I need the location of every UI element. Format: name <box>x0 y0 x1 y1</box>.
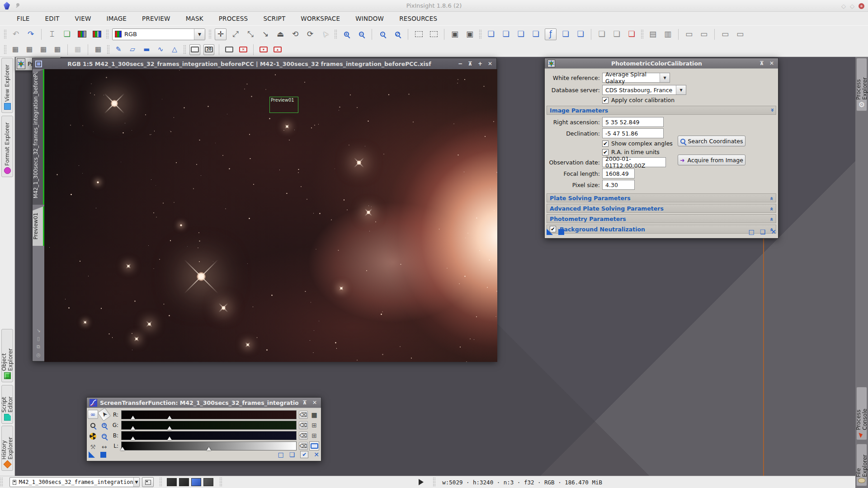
monitor-transfer-icon[interactable] <box>224 44 235 55</box>
section-plate-solving[interactable]: Plate Solving Parameters « <box>547 193 776 202</box>
edit-preview-mode-icon[interactable] <box>428 28 439 40</box>
screen-stf-20bit-icon[interactable]: 20 <box>203 44 214 55</box>
stf-marker[interactable] <box>167 436 172 440</box>
toolbar-grip[interactable] <box>107 45 110 55</box>
view-tab-main[interactable]: M42_1_300secs_32_frames_integration_befo… <box>33 69 44 205</box>
new-preview-mode-icon[interactable] <box>413 28 425 40</box>
chevron-down-icon[interactable]: ▼ <box>133 478 139 487</box>
stf-track-g[interactable] <box>121 421 297 430</box>
crosshair-icon[interactable]: ⊞ <box>309 421 319 430</box>
window-diamond-icon-1[interactable]: ◇ <box>841 3 846 9</box>
stf-reset-b-button[interactable]: ⌫ <box>299 432 308 440</box>
shade-icon[interactable]: ⊼ <box>467 61 474 67</box>
doc-tool-icon-1[interactable]: ▭ <box>683 28 695 40</box>
doc-tool-icon-2[interactable]: ▭ <box>698 28 710 40</box>
toolbar-grip[interactable] <box>433 477 436 487</box>
ra-time-units-checkbox[interactable]: ✔ <box>602 149 609 155</box>
redo-icon[interactable]: ↷ <box>25 28 37 40</box>
toolbar-grip[interactable] <box>208 29 212 39</box>
readout-icon-3[interactable]: ❏ <box>515 28 527 40</box>
new-instance-icon[interactable] <box>89 451 95 458</box>
chevron-down-icon[interactable]: ▼ <box>676 85 686 94</box>
acquire-from-image-button[interactable]: ➜ Acquire from Image <box>678 155 745 165</box>
stf-marker[interactable] <box>131 436 135 440</box>
ra-field[interactable]: 5 35 52.849 <box>602 117 664 127</box>
stf-marker[interactable] <box>131 426 135 430</box>
image-canvas[interactable]: Preview01 <box>44 69 497 362</box>
pan-mode-icon[interactable]: ✛ <box>215 28 226 40</box>
pyramid-icon[interactable]: △ <box>169 44 180 55</box>
observation-date-field[interactable]: 2000-01-01T12:00:00Z <box>602 157 666 167</box>
fit-view-icon[interactable]: ⏏ <box>274 28 286 40</box>
zoom-1-1-icon[interactable]: · <box>377 28 388 40</box>
fill-select-icon[interactable]: ▬ <box>141 44 152 55</box>
toolbar-grip[interactable] <box>219 477 222 487</box>
white-reference-combo[interactable]: Average Spiral Galaxy ▼ <box>602 73 670 83</box>
menu-process[interactable]: PROCESS <box>211 15 256 22</box>
annotate-icon[interactable]: ✎ <box>113 44 124 55</box>
monitor-clear-icon[interactable]: ✕ <box>238 44 249 55</box>
radiation-icon[interactable] <box>88 432 98 441</box>
file-tool-icon-2[interactable]: ❏ <box>611 28 623 40</box>
hscroll-icon[interactable]: ↔ <box>99 442 109 451</box>
menu-mask[interactable]: MASK <box>178 15 211 22</box>
wrench-icon[interactable]: ⚒ <box>88 442 98 451</box>
stf-track-b[interactable] <box>121 431 297 440</box>
zoom-fit-icon[interactable]: ⤢ <box>392 28 403 40</box>
readout-icon-4[interactable]: ❏ <box>530 28 542 40</box>
window-close-icon[interactable] <box>859 3 864 9</box>
chevron-down-icon[interactable]: ▼ <box>194 29 205 40</box>
rect-select-icon[interactable]: ▱ <box>127 44 138 55</box>
duplicate-window-icon[interactable]: ❏ <box>61 28 73 40</box>
pcc-close-icon[interactable]: ✕ <box>768 60 775 66</box>
track-view-checkbox[interactable]: ✔ <box>300 451 308 458</box>
preview01-overlay[interactable]: Preview01 <box>269 97 298 113</box>
screen-stf-icon[interactable] <box>189 44 200 55</box>
stf-edit-icon[interactable] <box>91 28 103 40</box>
doc-tool-icon-3[interactable]: ▭ <box>719 28 731 40</box>
stf-marker[interactable] <box>207 447 211 450</box>
reset-icon[interactable]: ✕ <box>314 451 319 458</box>
toolbar-grip[interactable] <box>183 45 186 55</box>
readout-icon-1[interactable]: ❏ <box>485 28 497 40</box>
database-server-combo[interactable]: CDS Strasbourg, France ▼ <box>602 85 686 95</box>
stf-close-icon[interactable]: ✕ <box>311 399 318 406</box>
dynamic-crop-icon[interactable]: ▣ <box>449 28 461 40</box>
dock-tab-format-explorer[interactable]: Format Explorer <box>1 116 13 177</box>
pointer-tool-icon[interactable]: ➤ <box>317 26 333 42</box>
stf-reset-r-button[interactable]: ⌫ <box>299 411 308 419</box>
dock-tab-process-console[interactable]: Process Console <box>856 387 867 440</box>
selection-arrow-icon[interactable]: ↘ <box>36 328 40 333</box>
workspace-grid-icon-2[interactable]: ▦ <box>24 44 35 55</box>
readout-icon-6[interactable]: ❏ <box>575 28 586 40</box>
focal-length-field[interactable]: 1608.49 <box>602 169 635 178</box>
workspace-button-1[interactable] <box>167 478 177 486</box>
doc-tool-icon-4[interactable]: ▭ <box>734 28 746 40</box>
menu-edit[interactable]: EDIT <box>38 15 67 22</box>
toolbar-grip[interactable] <box>479 29 482 39</box>
menu-resources[interactable]: RESOURCES <box>392 15 445 22</box>
apply-icon[interactable] <box>100 452 106 458</box>
expand-icon[interactable]: « <box>768 197 775 199</box>
dock-tab-file-explorer[interactable]: File Explorer <box>856 444 867 486</box>
frame-icon[interactable]: ▯ <box>37 336 40 342</box>
zoom-track-icon[interactable] <box>88 421 98 430</box>
rotate-right-icon[interactable]: ⟳ <box>304 28 316 40</box>
workspace-button-3-active[interactable] <box>191 478 201 486</box>
menu-file[interactable]: FILE <box>9 15 38 22</box>
pcc-titlebar[interactable]: PhotometricColorCalibration ⊼ ✕ <box>545 58 778 68</box>
dock-tab-history-explorer[interactable]: History Explorer <box>1 426 13 471</box>
stf-titlebar[interactable]: ScreenTransferFunction: M42_1_300secs_32… <box>87 398 321 408</box>
readout-icon-5[interactable]: ❏ <box>560 28 571 40</box>
zoom-in-stf-icon[interactable]: + <box>99 421 109 430</box>
apply-global-icon[interactable]: □ <box>748 228 754 235</box>
contract-mode-icon[interactable]: ⤡ <box>245 28 256 40</box>
close-icon[interactable]: ✕ <box>486 61 494 67</box>
show-complex-angles-checkbox[interactable]: ✔ <box>602 141 609 147</box>
stf-reset-l-button[interactable]: ⌫ <box>299 442 308 450</box>
stf-marker[interactable] <box>167 426 172 430</box>
window-diamond-icon-2[interactable]: ◇ <box>850 3 854 9</box>
zoom-out-icon[interactable]: − <box>355 28 367 40</box>
image-window-titlebar[interactable]: RGB 1:5 M42_1_300secs_32_frames_integrat… <box>33 58 496 69</box>
expand-icon[interactable]: « <box>768 217 775 220</box>
